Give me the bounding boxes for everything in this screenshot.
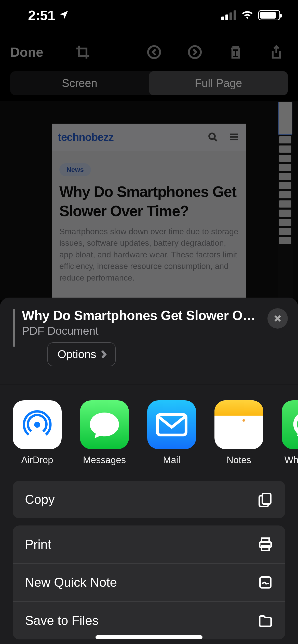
app-label: AirDrop <box>21 455 53 465</box>
action-label: Save to Files <box>25 613 99 628</box>
action-print[interactable]: Print <box>13 525 285 563</box>
site-brand: technobezz <box>58 131 114 143</box>
action-save-to-files[interactable]: Save to Files <box>13 601 285 639</box>
print-icon <box>258 537 273 552</box>
action-new-quick-note[interactable]: New Quick Note <box>13 563 285 601</box>
mail-icon <box>147 400 196 449</box>
options-label: Options <box>58 348 96 361</box>
share-title: Why Do Smartphones Get Slower Ove… <box>22 308 260 323</box>
article-page-preview: technobezz News Why Do Smartphones Get S… <box>52 124 246 302</box>
svg-point-2 <box>209 133 215 139</box>
share-header: Why Do Smartphones Get Slower Ove… PDF D… <box>0 298 298 385</box>
home-indicator[interactable] <box>96 635 202 639</box>
document-thumbnail <box>13 309 15 347</box>
article-category-badge: News <box>59 163 91 176</box>
app-label: Mail <box>163 455 180 465</box>
action-label: Copy <box>25 492 55 507</box>
tab-screen[interactable]: Screen <box>10 71 149 95</box>
action-label: Print <box>25 537 51 552</box>
done-button[interactable]: Done <box>10 45 43 60</box>
share-app-messages[interactable]: Messages <box>80 400 129 465</box>
action-group-main: Print New Quick Note Save to Files <box>13 525 285 639</box>
svg-point-5 <box>295 413 298 435</box>
svg-point-0 <box>148 46 160 58</box>
app-label: Messages <box>83 455 126 465</box>
copy-icon <box>258 492 273 507</box>
search-icon <box>208 132 218 143</box>
capture-mode-segmented[interactable]: Screen Full Page <box>10 71 288 95</box>
share-sheet: Why Do Smartphones Get Slower Ove… PDF D… <box>0 298 298 644</box>
cellular-signal-icon <box>221 10 236 20</box>
share-subtitle: PDF Document <box>22 325 260 337</box>
location-icon <box>59 7 69 23</box>
chevron-right-icon <box>100 350 107 359</box>
share-app-whatsapp[interactable]: WhatsApp <box>282 400 298 465</box>
status-bar: 2:51 <box>0 0 298 31</box>
share-divider <box>0 385 298 385</box>
wifi-icon <box>241 10 254 21</box>
status-time: 2:51 <box>28 7 55 23</box>
notes-icon <box>214 400 263 449</box>
battery-icon <box>258 10 280 20</box>
share-actions: Copy Print New Quick Note Save to Files <box>0 478 298 639</box>
redo-icon[interactable] <box>186 43 204 61</box>
close-icon <box>273 314 282 323</box>
share-app-mail[interactable]: Mail <box>147 400 196 465</box>
share-apps-row[interactable]: AirDrop Messages Mail Notes <box>0 385 298 478</box>
trash-icon[interactable] <box>227 43 245 61</box>
app-label: WhatsApp <box>285 455 298 465</box>
screenshot-edit-toolbar: Done <box>0 38 298 66</box>
options-button[interactable]: Options <box>47 342 116 366</box>
status-left: 2:51 <box>28 7 69 23</box>
folder-icon <box>258 613 273 628</box>
svg-point-1 <box>189 46 201 58</box>
whatsapp-icon <box>282 400 298 449</box>
share-app-notes[interactable]: Notes <box>214 400 263 465</box>
crop-icon[interactable] <box>74 43 92 61</box>
app-label: Notes <box>227 455 251 465</box>
status-right <box>221 10 280 21</box>
action-group-copy: Copy <box>13 481 285 518</box>
tab-full-page[interactable]: Full Page <box>149 71 288 95</box>
messages-icon <box>80 400 129 449</box>
action-copy[interactable]: Copy <box>13 481 285 518</box>
close-button[interactable] <box>267 308 288 329</box>
airdrop-icon <box>13 400 62 449</box>
svg-point-3 <box>34 422 40 428</box>
article-headline: Why Do Smartphones Get Slower Over Time? <box>59 182 239 221</box>
article-header: technobezz <box>52 124 246 151</box>
page-preview-area: technobezz News Why Do Smartphones Get S… <box>0 101 298 300</box>
share-icon[interactable] <box>267 43 285 61</box>
action-label: New Quick Note <box>25 575 117 590</box>
article-subhead: Smartphones slow down over time due to s… <box>59 226 239 284</box>
svg-rect-6 <box>262 493 271 504</box>
hamburger-icon <box>229 132 239 143</box>
page-scroll-minimap[interactable] <box>278 101 293 300</box>
quick-note-icon <box>258 575 273 590</box>
undo-icon[interactable] <box>145 43 163 61</box>
share-app-airdrop[interactable]: AirDrop <box>13 400 62 465</box>
